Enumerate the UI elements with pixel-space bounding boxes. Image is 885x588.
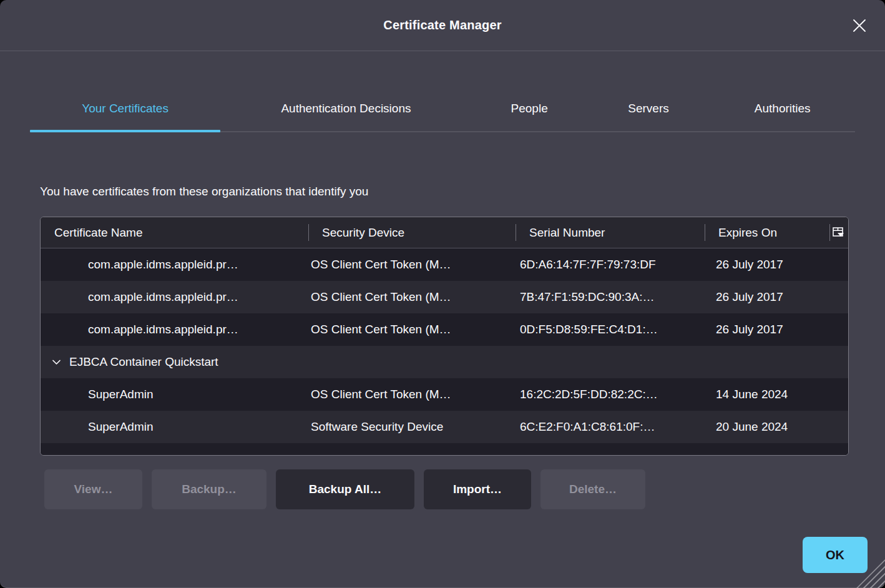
delete-button[interactable]: Delete…	[540, 469, 645, 509]
view-button[interactable]: View…	[44, 469, 142, 509]
tab-servers[interactable]: Servers	[587, 86, 710, 131]
security-device-cell: OS Client Cert Token (M…	[308, 258, 516, 272]
serial-number-cell: 6D:A6:14:7F:7F:79:73:DF	[516, 258, 705, 272]
table-header-row: Certificate Name Security Device Serial …	[41, 217, 848, 248]
certificate-manager-dialog: Certificate Manager Your Certificates Au…	[0, 0, 885, 588]
security-device-cell: OS Client Cert Token (M…	[308, 388, 516, 401]
cert-name-cell: SuperAdmin	[41, 420, 308, 434]
table-row[interactable]: com.apple.idms.appleid.pr…OS Client Cert…	[41, 313, 848, 346]
description-text: You have certificates from these organiz…	[40, 185, 845, 198]
column-header-security-device[interactable]: Security Device	[308, 217, 516, 248]
expires-on-cell: 14 June 2024	[705, 388, 829, 401]
import-button[interactable]: Import…	[424, 469, 531, 509]
table-row[interactable]: SuperAdminSoftware Security Device6C:E2:…	[41, 411, 848, 443]
expires-on-cell: 26 July 2017	[705, 258, 829, 272]
group-label: EJBCA Container Quickstart	[69, 355, 218, 369]
cert-name-cell: com.apple.idms.appleid.pr…	[41, 323, 308, 336]
table-row[interactable]: com.apple.idms.appleid.pr…OS Client Cert…	[41, 248, 848, 281]
backup-all-button[interactable]: Backup All…	[276, 469, 414, 509]
group-row[interactable]: EJBCA Container Quickstart	[41, 346, 848, 378]
group-row[interactable]: EJBCA Sample	[41, 443, 848, 456]
serial-number-cell: 16:2C:2D:5F:DD:82:2C:…	[516, 388, 705, 401]
serial-number-cell: 6C:E2:F0:A1:C8:61:0F:…	[516, 420, 705, 434]
expires-on-cell: 20 June 2024	[705, 420, 829, 434]
column-picker-icon	[833, 227, 845, 238]
serial-number-cell: 0D:F5:D8:59:FE:C4:D1:…	[516, 323, 705, 336]
ok-button[interactable]: OK	[803, 537, 868, 573]
close-button[interactable]	[849, 15, 870, 36]
cert-name-cell: com.apple.idms.appleid.pr…	[41, 258, 308, 272]
tab-strip: Your Certificates Authentication Decisio…	[30, 86, 855, 132]
backup-button[interactable]: Backup…	[152, 469, 266, 509]
expires-on-cell: 26 July 2017	[705, 290, 829, 304]
tab-your-certificates[interactable]: Your Certificates	[30, 86, 220, 131]
table-row[interactable]: com.apple.idms.appleid.pr…OS Client Cert…	[41, 281, 848, 313]
certificates-table: Certificate Name Security Device Serial …	[40, 217, 849, 456]
column-picker-button[interactable]	[829, 217, 848, 248]
tab-authentication-decisions[interactable]: Authentication Decisions	[220, 86, 472, 131]
security-device-cell: OS Client Cert Token (M…	[308, 323, 516, 336]
table-row[interactable]: SuperAdminOS Client Cert Token (M…16:2C:…	[41, 378, 848, 411]
table-body: com.apple.idms.appleid.pr…OS Client Cert…	[41, 248, 848, 456]
column-header-expires-on[interactable]: Expires On	[705, 217, 829, 248]
expires-on-cell: 26 July 2017	[705, 323, 829, 336]
column-header-certificate-name[interactable]: Certificate Name	[41, 217, 308, 248]
group-label-cell: EJBCA Sample	[41, 453, 848, 456]
group-label: EJBCA Sample	[69, 453, 150, 456]
close-icon	[851, 17, 868, 34]
tab-people[interactable]: People	[472, 86, 587, 131]
column-header-serial-number[interactable]: Serial Number	[516, 217, 705, 248]
serial-number-cell: 7B:47:F1:59:DC:90:3A:…	[516, 290, 705, 304]
expand-chevron-icon[interactable]	[52, 360, 61, 365]
tab-authorities[interactable]: Authorities	[710, 86, 855, 131]
dialog-title: Certificate Manager	[383, 18, 501, 32]
cert-name-cell: SuperAdmin	[41, 388, 308, 401]
security-device-cell: Software Security Device	[308, 420, 516, 434]
titlebar: Certificate Manager	[0, 0, 885, 51]
action-button-row: View…Backup…Backup All…Import…Delete…	[44, 469, 885, 509]
cert-name-cell: com.apple.idms.appleid.pr…	[41, 290, 308, 304]
group-label-cell: EJBCA Container Quickstart	[41, 355, 848, 369]
security-device-cell: OS Client Cert Token (M…	[308, 290, 516, 304]
